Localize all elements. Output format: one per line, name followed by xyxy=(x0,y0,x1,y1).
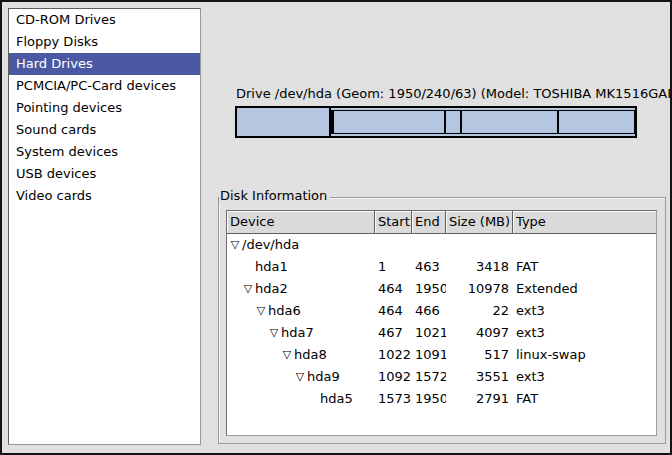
sidebar-item-video-cards[interactable]: Video cards xyxy=(9,185,200,207)
disk-table-header: DeviceStartEndSize (MB)Type xyxy=(227,211,656,234)
expander-open-icon[interactable]: ▽ xyxy=(254,300,268,322)
expander-open-icon[interactable]: ▽ xyxy=(280,344,294,366)
end-cell: 1572 xyxy=(412,366,446,388)
partition-segment-hda7 xyxy=(333,110,445,134)
type-cell: Extended xyxy=(513,278,656,300)
size-cell: 10978 xyxy=(446,278,513,300)
device-name: hda8 xyxy=(294,344,327,366)
type-cell: FAT xyxy=(513,256,656,278)
type-cell: ext3 xyxy=(513,322,656,344)
expander-open-icon[interactable]: ▽ xyxy=(241,278,255,300)
type-cell: FAT xyxy=(513,388,656,410)
tree-indent xyxy=(227,278,241,300)
sidebar-item-pcmcia-pc-card-devices[interactable]: PCMCIA/PC-Card devices xyxy=(9,75,200,97)
disk-row-hda6[interactable]: ▽hda646446622ext3 xyxy=(227,300,656,322)
disk-table-body: ▽/dev/hdahda114633418FAT▽hda246419501097… xyxy=(227,234,656,435)
tree-indent xyxy=(227,322,267,344)
column-header-end[interactable]: End xyxy=(412,211,446,233)
start-cell: 467 xyxy=(375,322,412,344)
column-header-size-mb[interactable]: Size (MB) xyxy=(446,211,513,233)
type-cell: ext3 xyxy=(513,300,656,322)
device-cell: hda1 xyxy=(227,256,375,278)
disk-row-hda9[interactable]: ▽hda9109215723551ext3 xyxy=(227,366,656,388)
device-name: /dev/hda xyxy=(242,234,299,256)
tree-indent xyxy=(227,300,254,322)
type-cell: ext3 xyxy=(513,366,656,388)
partition-bar xyxy=(235,106,637,138)
device-name: hda6 xyxy=(268,300,301,322)
disk-information-title: Disk Information xyxy=(219,188,330,203)
start-cell: 1022 xyxy=(375,344,412,366)
sidebar-item-system-devices[interactable]: System devices xyxy=(9,141,200,163)
start-cell: 464 xyxy=(375,300,412,322)
start-cell: 1092 xyxy=(375,366,412,388)
tree-indent xyxy=(227,344,280,366)
disk-row-hda7[interactable]: ▽hda746710214097ext3 xyxy=(227,322,656,344)
end-cell xyxy=(412,234,446,256)
disk-information-group: Disk Information DeviceStartEndSize (MB)… xyxy=(218,197,666,444)
device-cell: ▽/dev/hda xyxy=(227,234,375,256)
start-cell: 1 xyxy=(375,256,412,278)
partition-segment-hda1 xyxy=(237,108,331,136)
disk-row-hda2[interactable]: ▽hda2464195010978Extended xyxy=(227,278,656,300)
sidebar-item-cd-rom-drives[interactable]: CD-ROM Drives xyxy=(9,9,200,31)
disk-row-hda1[interactable]: hda114633418FAT xyxy=(227,256,656,278)
expander-open-icon[interactable]: ▽ xyxy=(267,322,281,344)
partition-segment-hda5 xyxy=(558,110,635,134)
sidebar-item-hard-drives[interactable]: Hard Drives xyxy=(9,53,200,75)
size-cell: 517 xyxy=(446,344,513,366)
column-header-start[interactable]: Start xyxy=(375,211,412,233)
tree-indent xyxy=(227,388,306,410)
column-header-type[interactable]: Type xyxy=(513,211,656,233)
size-cell: 3418 xyxy=(446,256,513,278)
device-cell: hda5 xyxy=(227,388,375,410)
disk-row-dev-hda[interactable]: ▽/dev/hda xyxy=(227,234,656,256)
partition-segment-hda9 xyxy=(461,110,558,134)
device-name: hda7 xyxy=(281,322,314,344)
category-list: CD-ROM DrivesFloppy DisksHard DrivesPCMC… xyxy=(8,8,201,445)
sidebar-item-usb-devices[interactable]: USB devices xyxy=(9,163,200,185)
expander-spacer xyxy=(241,256,255,278)
size-cell: 22 xyxy=(446,300,513,322)
device-cell: ▽hda6 xyxy=(227,300,375,322)
partition-segment-hda2-extended xyxy=(331,108,635,136)
tree-indent xyxy=(227,256,241,278)
start-cell: 1573 xyxy=(375,388,412,410)
disk-table: DeviceStartEndSize (MB)Type ▽/dev/hdahda… xyxy=(226,210,657,436)
tree-indent xyxy=(227,366,293,388)
column-header-device[interactable]: Device xyxy=(227,211,375,233)
type-cell: linux-swap xyxy=(513,344,656,366)
type-cell xyxy=(513,234,656,256)
device-name: hda9 xyxy=(307,366,340,388)
disk-row-hda8[interactable]: ▽hda810221091517linux-swap xyxy=(227,344,656,366)
drive-info-label: Drive /dev/hda (Geom: 1950/240/63) (Mode… xyxy=(236,86,672,101)
device-cell: ▽hda9 xyxy=(227,366,375,388)
end-cell: 463 xyxy=(412,256,446,278)
hardware-browser-window: CD-ROM DrivesFloppy DisksHard DrivesPCMC… xyxy=(0,0,672,455)
expander-open-icon[interactable]: ▽ xyxy=(228,234,242,256)
device-name: hda5 xyxy=(320,388,353,410)
size-cell: 4097 xyxy=(446,322,513,344)
disk-row-hda5[interactable]: hda5157319502791FAT xyxy=(227,388,656,410)
expander-open-icon[interactable]: ▽ xyxy=(293,366,307,388)
device-name: hda2 xyxy=(255,278,288,300)
end-cell: 1091 xyxy=(412,344,446,366)
partition-segment-hda8 xyxy=(445,110,461,134)
device-cell: ▽hda7 xyxy=(227,322,375,344)
device-name: hda1 xyxy=(255,256,288,278)
sidebar-item-pointing-devices[interactable]: Pointing devices xyxy=(9,97,200,119)
sidebar-item-floppy-disks[interactable]: Floppy Disks xyxy=(9,31,200,53)
size-cell: 3551 xyxy=(446,366,513,388)
device-cell: ▽hda2 xyxy=(227,278,375,300)
size-cell: 2791 xyxy=(446,388,513,410)
end-cell: 1950 xyxy=(412,278,446,300)
size-cell xyxy=(446,234,513,256)
device-cell: ▽hda8 xyxy=(227,344,375,366)
end-cell: 1021 xyxy=(412,322,446,344)
sidebar-item-sound-cards[interactable]: Sound cards xyxy=(9,119,200,141)
end-cell: 466 xyxy=(412,300,446,322)
start-cell: 464 xyxy=(375,278,412,300)
expander-spacer xyxy=(306,388,320,410)
end-cell: 1950 xyxy=(412,388,446,410)
start-cell xyxy=(375,234,412,256)
